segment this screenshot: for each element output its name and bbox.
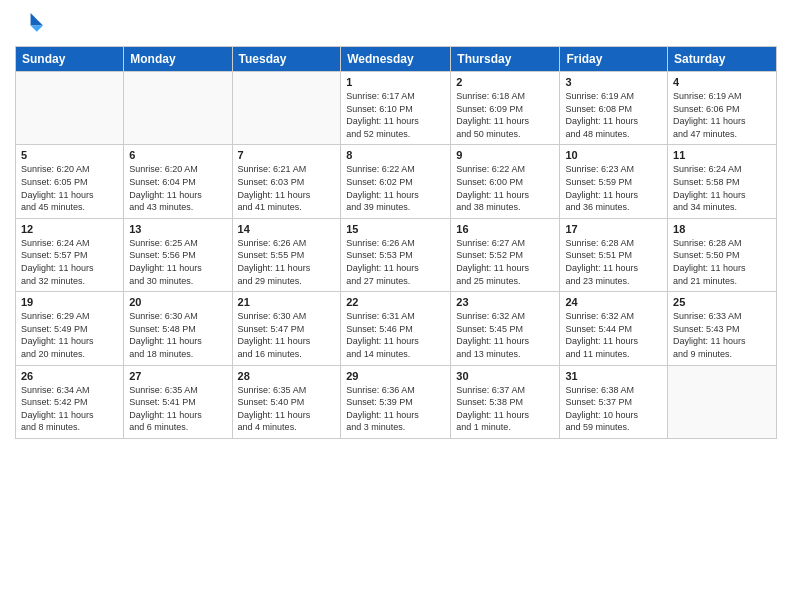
- calendar-cell: 17Sunrise: 6:28 AM Sunset: 5:51 PM Dayli…: [560, 218, 668, 291]
- day-number: 29: [346, 370, 445, 382]
- day-number: 17: [565, 223, 662, 235]
- page: SundayMondayTuesdayWednesdayThursdayFrid…: [0, 0, 792, 612]
- day-number: 2: [456, 76, 554, 88]
- calendar-cell: 21Sunrise: 6:30 AM Sunset: 5:47 PM Dayli…: [232, 292, 341, 365]
- calendar-header-wednesday: Wednesday: [341, 47, 451, 72]
- day-number: 15: [346, 223, 445, 235]
- calendar-cell: 23Sunrise: 6:32 AM Sunset: 5:45 PM Dayli…: [451, 292, 560, 365]
- day-info: Sunrise: 6:27 AM Sunset: 5:52 PM Dayligh…: [456, 237, 554, 287]
- day-number: 5: [21, 149, 118, 161]
- calendar-cell: 18Sunrise: 6:28 AM Sunset: 5:50 PM Dayli…: [668, 218, 777, 291]
- day-info: Sunrise: 6:19 AM Sunset: 6:08 PM Dayligh…: [565, 90, 662, 140]
- day-number: 14: [238, 223, 336, 235]
- calendar-cell: [668, 365, 777, 438]
- calendar-cell: 19Sunrise: 6:29 AM Sunset: 5:49 PM Dayli…: [16, 292, 124, 365]
- day-number: 25: [673, 296, 771, 308]
- day-number: 10: [565, 149, 662, 161]
- calendar-cell: 14Sunrise: 6:26 AM Sunset: 5:55 PM Dayli…: [232, 218, 341, 291]
- calendar-cell: 25Sunrise: 6:33 AM Sunset: 5:43 PM Dayli…: [668, 292, 777, 365]
- calendar-cell: 1Sunrise: 6:17 AM Sunset: 6:10 PM Daylig…: [341, 72, 451, 145]
- calendar-cell: [124, 72, 232, 145]
- calendar-header-row: SundayMondayTuesdayWednesdayThursdayFrid…: [16, 47, 777, 72]
- day-info: Sunrise: 6:36 AM Sunset: 5:39 PM Dayligh…: [346, 384, 445, 434]
- calendar: SundayMondayTuesdayWednesdayThursdayFrid…: [15, 46, 777, 439]
- calendar-cell: 28Sunrise: 6:35 AM Sunset: 5:40 PM Dayli…: [232, 365, 341, 438]
- calendar-cell: 9Sunrise: 6:22 AM Sunset: 6:00 PM Daylig…: [451, 145, 560, 218]
- calendar-cell: 7Sunrise: 6:21 AM Sunset: 6:03 PM Daylig…: [232, 145, 341, 218]
- day-number: 22: [346, 296, 445, 308]
- calendar-cell: 22Sunrise: 6:31 AM Sunset: 5:46 PM Dayli…: [341, 292, 451, 365]
- calendar-header-sunday: Sunday: [16, 47, 124, 72]
- calendar-cell: 13Sunrise: 6:25 AM Sunset: 5:56 PM Dayli…: [124, 218, 232, 291]
- calendar-header-friday: Friday: [560, 47, 668, 72]
- calendar-week-2: 5Sunrise: 6:20 AM Sunset: 6:05 PM Daylig…: [16, 145, 777, 218]
- calendar-header-tuesday: Tuesday: [232, 47, 341, 72]
- day-number: 26: [21, 370, 118, 382]
- calendar-cell: 12Sunrise: 6:24 AM Sunset: 5:57 PM Dayli…: [16, 218, 124, 291]
- day-number: 31: [565, 370, 662, 382]
- day-info: Sunrise: 6:24 AM Sunset: 5:57 PM Dayligh…: [21, 237, 118, 287]
- day-number: 23: [456, 296, 554, 308]
- day-info: Sunrise: 6:32 AM Sunset: 5:44 PM Dayligh…: [565, 310, 662, 360]
- calendar-cell: 6Sunrise: 6:20 AM Sunset: 6:04 PM Daylig…: [124, 145, 232, 218]
- calendar-header-saturday: Saturday: [668, 47, 777, 72]
- calendar-header-monday: Monday: [124, 47, 232, 72]
- day-info: Sunrise: 6:30 AM Sunset: 5:47 PM Dayligh…: [238, 310, 336, 360]
- day-number: 9: [456, 149, 554, 161]
- day-number: 13: [129, 223, 226, 235]
- calendar-cell: 30Sunrise: 6:37 AM Sunset: 5:38 PM Dayli…: [451, 365, 560, 438]
- day-info: Sunrise: 6:28 AM Sunset: 5:51 PM Dayligh…: [565, 237, 662, 287]
- calendar-header-thursday: Thursday: [451, 47, 560, 72]
- calendar-cell: 11Sunrise: 6:24 AM Sunset: 5:58 PM Dayli…: [668, 145, 777, 218]
- calendar-week-4: 19Sunrise: 6:29 AM Sunset: 5:49 PM Dayli…: [16, 292, 777, 365]
- calendar-cell: 29Sunrise: 6:36 AM Sunset: 5:39 PM Dayli…: [341, 365, 451, 438]
- day-info: Sunrise: 6:34 AM Sunset: 5:42 PM Dayligh…: [21, 384, 118, 434]
- calendar-cell: [16, 72, 124, 145]
- day-info: Sunrise: 6:26 AM Sunset: 5:55 PM Dayligh…: [238, 237, 336, 287]
- calendar-cell: 20Sunrise: 6:30 AM Sunset: 5:48 PM Dayli…: [124, 292, 232, 365]
- day-number: 16: [456, 223, 554, 235]
- day-info: Sunrise: 6:20 AM Sunset: 6:04 PM Dayligh…: [129, 163, 226, 213]
- calendar-cell: 8Sunrise: 6:22 AM Sunset: 6:02 PM Daylig…: [341, 145, 451, 218]
- calendar-cell: 27Sunrise: 6:35 AM Sunset: 5:41 PM Dayli…: [124, 365, 232, 438]
- calendar-cell: 31Sunrise: 6:38 AM Sunset: 5:37 PM Dayli…: [560, 365, 668, 438]
- header: [15, 10, 777, 38]
- day-number: 4: [673, 76, 771, 88]
- calendar-cell: 3Sunrise: 6:19 AM Sunset: 6:08 PM Daylig…: [560, 72, 668, 145]
- svg-marker-1: [31, 26, 43, 32]
- calendar-cell: 26Sunrise: 6:34 AM Sunset: 5:42 PM Dayli…: [16, 365, 124, 438]
- day-number: 28: [238, 370, 336, 382]
- day-number: 8: [346, 149, 445, 161]
- day-number: 7: [238, 149, 336, 161]
- calendar-cell: 4Sunrise: 6:19 AM Sunset: 6:06 PM Daylig…: [668, 72, 777, 145]
- day-number: 27: [129, 370, 226, 382]
- calendar-cell: 16Sunrise: 6:27 AM Sunset: 5:52 PM Dayli…: [451, 218, 560, 291]
- calendar-cell: 5Sunrise: 6:20 AM Sunset: 6:05 PM Daylig…: [16, 145, 124, 218]
- day-info: Sunrise: 6:18 AM Sunset: 6:09 PM Dayligh…: [456, 90, 554, 140]
- calendar-cell: 24Sunrise: 6:32 AM Sunset: 5:44 PM Dayli…: [560, 292, 668, 365]
- day-info: Sunrise: 6:38 AM Sunset: 5:37 PM Dayligh…: [565, 384, 662, 434]
- day-number: 1: [346, 76, 445, 88]
- day-number: 30: [456, 370, 554, 382]
- calendar-cell: 2Sunrise: 6:18 AM Sunset: 6:09 PM Daylig…: [451, 72, 560, 145]
- day-info: Sunrise: 6:21 AM Sunset: 6:03 PM Dayligh…: [238, 163, 336, 213]
- day-info: Sunrise: 6:32 AM Sunset: 5:45 PM Dayligh…: [456, 310, 554, 360]
- day-info: Sunrise: 6:22 AM Sunset: 6:02 PM Dayligh…: [346, 163, 445, 213]
- day-info: Sunrise: 6:35 AM Sunset: 5:40 PM Dayligh…: [238, 384, 336, 434]
- svg-marker-0: [31, 13, 43, 25]
- day-info: Sunrise: 6:37 AM Sunset: 5:38 PM Dayligh…: [456, 384, 554, 434]
- day-number: 6: [129, 149, 226, 161]
- day-info: Sunrise: 6:33 AM Sunset: 5:43 PM Dayligh…: [673, 310, 771, 360]
- day-number: 24: [565, 296, 662, 308]
- day-info: Sunrise: 6:20 AM Sunset: 6:05 PM Dayligh…: [21, 163, 118, 213]
- day-info: Sunrise: 6:28 AM Sunset: 5:50 PM Dayligh…: [673, 237, 771, 287]
- day-number: 19: [21, 296, 118, 308]
- day-number: 20: [129, 296, 226, 308]
- logo: [15, 10, 47, 38]
- day-info: Sunrise: 6:31 AM Sunset: 5:46 PM Dayligh…: [346, 310, 445, 360]
- day-number: 18: [673, 223, 771, 235]
- day-info: Sunrise: 6:25 AM Sunset: 5:56 PM Dayligh…: [129, 237, 226, 287]
- day-info: Sunrise: 6:22 AM Sunset: 6:00 PM Dayligh…: [456, 163, 554, 213]
- calendar-cell: 15Sunrise: 6:26 AM Sunset: 5:53 PM Dayli…: [341, 218, 451, 291]
- calendar-week-3: 12Sunrise: 6:24 AM Sunset: 5:57 PM Dayli…: [16, 218, 777, 291]
